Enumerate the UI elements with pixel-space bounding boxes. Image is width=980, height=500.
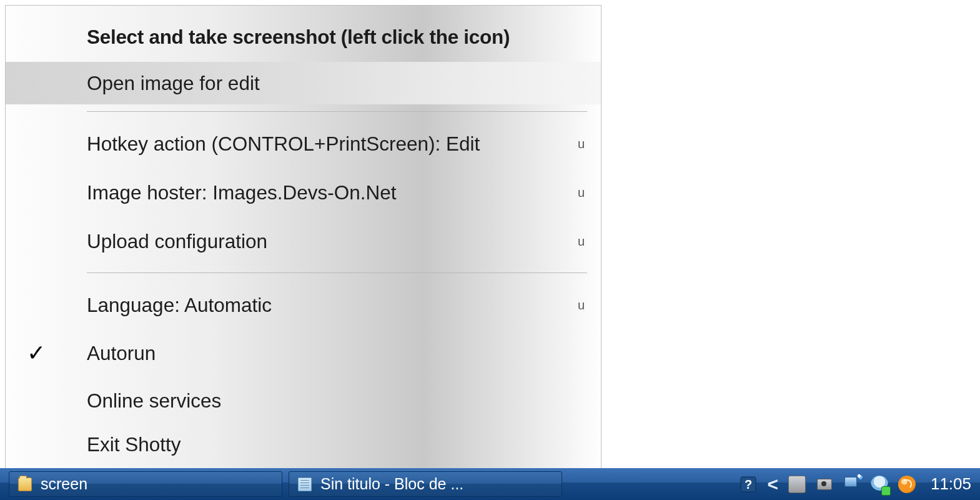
menu-item-language[interactable]: Language: Automatic u bbox=[6, 281, 601, 329]
menu-item-label: Language: Automatic bbox=[87, 294, 578, 317]
taskbar-button-notepad[interactable]: Sin titulo - Bloc de ... bbox=[289, 471, 562, 497]
messenger-tray-icon[interactable] bbox=[871, 476, 888, 493]
menu-item-label: Autorun bbox=[87, 342, 587, 365]
menu-separator bbox=[87, 111, 587, 112]
menu-item-upload-config[interactable]: Upload configuration u bbox=[6, 217, 601, 266]
device-tray-icon[interactable] bbox=[788, 476, 806, 493]
taskbar: screen Sin titulo - Bloc de ... ? < 11:0… bbox=[0, 468, 980, 500]
folder-icon bbox=[18, 478, 32, 491]
taskbar-button-label: Sin titulo - Bloc de ... bbox=[320, 475, 463, 493]
camera-tray-icon[interactable] bbox=[816, 476, 833, 493]
submenu-arrow-icon: u bbox=[578, 186, 585, 200]
menu-item-take-screenshot[interactable]: Select and take screenshot (left click t… bbox=[6, 12, 601, 62]
taskbar-clock[interactable]: 11:05 bbox=[931, 474, 971, 494]
shotty-tray-icon[interactable] bbox=[898, 476, 916, 493]
context-menu: Select and take screenshot (left click t… bbox=[5, 5, 601, 479]
submenu-arrow-icon: u bbox=[578, 298, 585, 312]
checkmark-icon: ✓ bbox=[27, 340, 46, 366]
menu-separator bbox=[87, 272, 587, 273]
system-tray: ? < 11:05 bbox=[740, 474, 971, 495]
menu-item-label: Open image for edit bbox=[87, 72, 587, 95]
menu-item-label: Upload configuration bbox=[87, 230, 578, 253]
menu-item-image-hoster[interactable]: Image hoster: Images.Devs-On.Net u bbox=[6, 168, 601, 217]
notepad-icon bbox=[298, 478, 312, 491]
menu-item-open-image[interactable]: Open image for edit bbox=[6, 62, 601, 104]
menu-item-label: Exit Shotty bbox=[87, 433, 587, 456]
menu-item-label: Image hoster: Images.Devs-On.Net bbox=[87, 181, 578, 204]
help-question-icon[interactable]: ? bbox=[740, 476, 757, 493]
menu-item-hotkey-action[interactable]: Hotkey action (CONTROL+PrintScreen): Edi… bbox=[6, 119, 601, 168]
submenu-arrow-icon: u bbox=[578, 234, 585, 249]
menu-item-autorun[interactable]: ✓ Autorun bbox=[6, 329, 601, 377]
network-monitor-icon[interactable] bbox=[843, 476, 861, 493]
taskbar-button-label: screen bbox=[41, 475, 87, 493]
menu-item-label: Online services bbox=[87, 389, 587, 412]
svg-text:?: ? bbox=[745, 478, 752, 491]
taskbar-button-screen[interactable]: screen bbox=[9, 471, 282, 497]
menu-item-label: Hotkey action (CONTROL+PrintScreen): Edi… bbox=[87, 132, 578, 156]
menu-item-exit[interactable]: Exit Shotty bbox=[6, 424, 601, 464]
tray-expand-chevron-icon[interactable]: < bbox=[767, 474, 778, 495]
submenu-arrow-icon: u bbox=[578, 137, 585, 151]
menu-item-label: Select and take screenshot (left click t… bbox=[87, 26, 587, 49]
menu-item-online-services[interactable]: Online services bbox=[6, 377, 601, 424]
